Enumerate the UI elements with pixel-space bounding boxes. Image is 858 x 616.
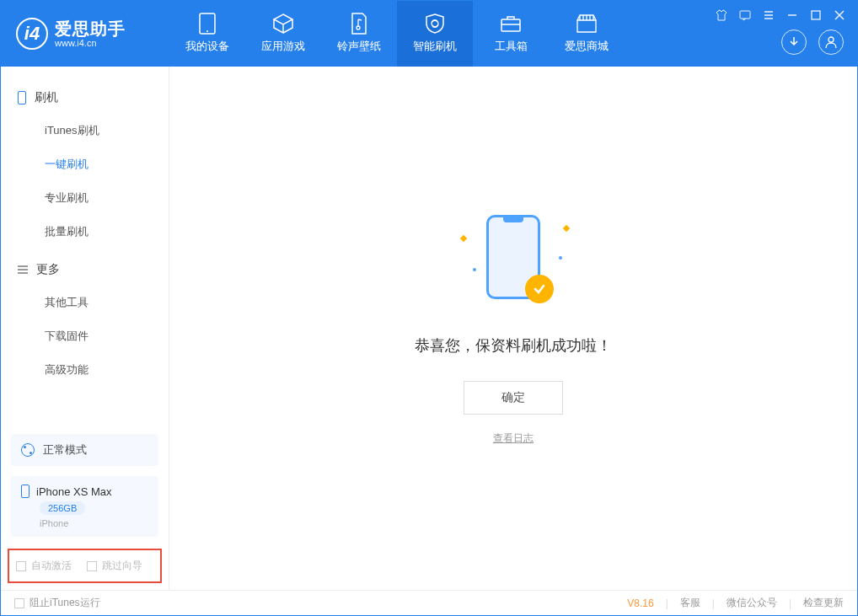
device-name: iPhone XS Max bbox=[36, 485, 112, 498]
footer-right: V8.16 | 客服 | 微信公众号 | 检查更新 bbox=[627, 596, 844, 610]
heading-label: 刷机 bbox=[35, 90, 58, 105]
close-button[interactable] bbox=[832, 8, 847, 23]
tab-smart-flash[interactable]: 智能刷机 bbox=[397, 1, 473, 67]
feedback-icon[interactable] bbox=[737, 8, 753, 23]
logo-text: 爱思助手 www.i4.cn bbox=[55, 19, 126, 48]
svg-point-1 bbox=[206, 30, 208, 32]
tab-my-device[interactable]: 我的设备 bbox=[169, 1, 245, 67]
svg-rect-2 bbox=[501, 19, 520, 31]
device-icon bbox=[196, 13, 219, 34]
device-capacity: 256GB bbox=[40, 501, 85, 515]
maximize-button[interactable] bbox=[808, 8, 823, 23]
tab-label: 智能刷机 bbox=[413, 39, 457, 54]
footer-bar: 阻止iTunes运行 V8.16 | 客服 | 微信公众号 | 检查更新 bbox=[1, 590, 857, 615]
separator: | bbox=[789, 597, 791, 609]
sidebar-section-more: 更多 其他工具 下载固件 高级功能 bbox=[1, 254, 169, 392]
device-type: iPhone bbox=[40, 518, 148, 528]
sidebar-section-flash: 刷机 iTunes刷机 一键刷机 专业刷机 批量刷机 bbox=[1, 82, 169, 254]
logo-area: i4 爱思助手 www.i4.cn bbox=[1, 18, 169, 50]
svg-point-5 bbox=[829, 37, 834, 42]
dot-icon bbox=[559, 256, 562, 260]
app-logo-icon: i4 bbox=[16, 18, 48, 50]
checkbox-label: 跳过向导 bbox=[102, 559, 142, 573]
toolbox-icon bbox=[499, 13, 523, 34]
nav-tabs: 我的设备 应用游戏 铃声壁纸 智能刷机 工具箱 爱思商城 bbox=[169, 1, 625, 67]
tab-label: 爱思商城 bbox=[565, 39, 609, 54]
checkbox-label: 阻止iTunes运行 bbox=[29, 596, 100, 610]
list-icon bbox=[18, 265, 28, 274]
menu-icon[interactable] bbox=[761, 8, 776, 23]
shield-sync-icon bbox=[423, 13, 447, 34]
svg-rect-4 bbox=[812, 11, 820, 19]
sidebar-heading-flash: 刷机 bbox=[1, 82, 169, 114]
mode-card[interactable]: 正常模式 bbox=[11, 434, 158, 466]
checkbox-auto-activate[interactable]: 自动激活 bbox=[16, 559, 72, 573]
check-badge-icon bbox=[525, 275, 554, 303]
checkbox-label: 自动激活 bbox=[31, 559, 72, 573]
tab-label: 工具箱 bbox=[495, 39, 528, 54]
sidebar-item-other-tools[interactable]: 其他工具 bbox=[1, 286, 169, 319]
mode-label: 正常模式 bbox=[43, 442, 87, 458]
header-action-circles bbox=[781, 29, 844, 55]
phone-icon bbox=[21, 485, 29, 498]
checkbox-icon bbox=[16, 561, 26, 571]
check-update-link[interactable]: 检查更新 bbox=[803, 596, 844, 610]
window-controls bbox=[714, 8, 847, 23]
success-illustration bbox=[454, 211, 572, 312]
body-area: 刷机 iTunes刷机 一键刷机 专业刷机 批量刷机 更多 其他工具 下载固件 … bbox=[1, 67, 857, 590]
checkbox-skip-guide[interactable]: 跳过向导 bbox=[87, 559, 142, 573]
sparkle-icon bbox=[563, 225, 570, 232]
sidebar-item-batch-flash[interactable]: 批量刷机 bbox=[1, 215, 169, 249]
sidebar-item-pro-flash[interactable]: 专业刷机 bbox=[1, 181, 169, 215]
dot-icon bbox=[473, 268, 476, 271]
success-message: 恭喜您，保资料刷机成功啦！ bbox=[415, 335, 612, 356]
phone-icon bbox=[18, 91, 26, 104]
device-card[interactable]: iPhone XS Max 256GB iPhone bbox=[11, 476, 158, 537]
tab-label: 应用游戏 bbox=[261, 39, 305, 54]
ok-button[interactable]: 确定 bbox=[464, 381, 563, 415]
wechat-link[interactable]: 微信公众号 bbox=[727, 596, 777, 610]
view-log-link[interactable]: 查看日志 bbox=[493, 431, 534, 446]
separator: | bbox=[666, 597, 668, 609]
heading-label: 更多 bbox=[36, 262, 60, 277]
tab-store[interactable]: 爱思商城 bbox=[549, 1, 625, 67]
tab-apps-games[interactable]: 应用游戏 bbox=[245, 1, 321, 67]
separator: | bbox=[712, 597, 715, 609]
svg-rect-3 bbox=[740, 11, 750, 19]
app-subtitle: www.i4.cn bbox=[55, 38, 126, 48]
cube-icon bbox=[271, 13, 295, 34]
app-title: 爱思助手 bbox=[55, 19, 126, 38]
app-header: i4 爱思助手 www.i4.cn 我的设备 应用游戏 铃声壁纸 智能刷机 工具… bbox=[1, 1, 857, 67]
sidebar-item-oneclick-flash[interactable]: 一键刷机 bbox=[1, 147, 169, 181]
store-icon bbox=[575, 13, 598, 34]
checkbox-block-itunes[interactable]: 阻止iTunes运行 bbox=[14, 596, 100, 610]
tab-label: 铃声壁纸 bbox=[337, 39, 381, 54]
sidebar-heading-more: 更多 bbox=[1, 254, 169, 286]
tab-ringtones-wallpapers[interactable]: 铃声壁纸 bbox=[321, 1, 397, 67]
sparkle-icon bbox=[460, 235, 467, 242]
options-highlight-box: 自动激活 跳过向导 bbox=[8, 549, 162, 583]
music-file-icon bbox=[347, 13, 371, 34]
support-link[interactable]: 客服 bbox=[680, 596, 700, 610]
sidebar-item-download-firmware[interactable]: 下载固件 bbox=[1, 319, 169, 353]
version-label: V8.16 bbox=[627, 597, 653, 609]
download-button[interactable] bbox=[781, 29, 807, 55]
shirt-icon[interactable] bbox=[714, 8, 729, 23]
sidebar-item-advanced[interactable]: 高级功能 bbox=[1, 353, 169, 387]
tab-label: 我的设备 bbox=[185, 39, 229, 54]
account-button[interactable] bbox=[818, 29, 844, 55]
sidebar: 刷机 iTunes刷机 一键刷机 专业刷机 批量刷机 更多 其他工具 下载固件 … bbox=[1, 67, 169, 590]
mode-icon bbox=[21, 443, 35, 457]
checkbox-icon bbox=[14, 598, 24, 608]
minimize-button[interactable] bbox=[785, 8, 800, 23]
main-content: 恭喜您，保资料刷机成功啦！ 确定 查看日志 bbox=[169, 67, 857, 590]
sidebar-item-itunes-flash[interactable]: iTunes刷机 bbox=[1, 114, 169, 147]
tab-toolbox[interactable]: 工具箱 bbox=[473, 1, 549, 67]
checkbox-icon bbox=[87, 561, 97, 571]
